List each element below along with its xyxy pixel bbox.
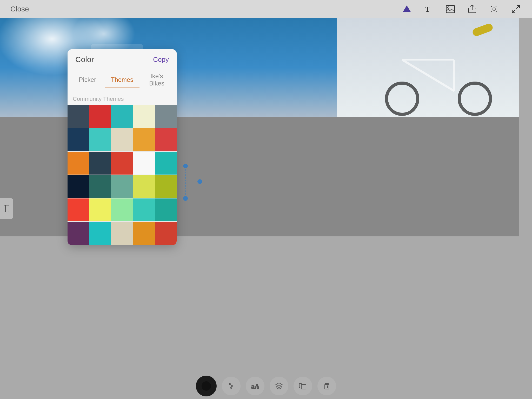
swatch-5-2[interactable] [89, 198, 111, 221]
top-bar-right: T [401, 3, 522, 15]
svg-rect-26 [325, 384, 329, 389]
svg-point-3 [448, 7, 449, 8]
selection-line [185, 164, 186, 197]
text-icon[interactable]: T [423, 3, 434, 15]
section-label: Community Themes [68, 92, 177, 105]
swatch-6-3[interactable] [111, 222, 133, 245]
swatch-2-4[interactable] [133, 128, 155, 151]
settings-icon[interactable] [488, 3, 500, 15]
selection-handle-2[interactable] [197, 179, 202, 184]
duplicate-button[interactable] [294, 377, 312, 395]
swatch-4-4[interactable] [133, 175, 155, 198]
color-selector[interactable] [196, 376, 217, 396]
tab-bikes[interactable]: Ike's Bikes [139, 68, 174, 92]
expand-icon[interactable] [510, 3, 522, 15]
svg-marker-24 [276, 383, 282, 386]
swatch-1-3[interactable] [111, 105, 133, 128]
svg-rect-25 [301, 384, 306, 389]
swatch-1-1[interactable] [68, 105, 89, 128]
swatch-row-5 [68, 198, 177, 222]
sliders-button[interactable] [222, 377, 241, 395]
svg-rect-2 [446, 5, 455, 13]
swatch-row-1 [68, 105, 177, 128]
svg-line-8 [512, 10, 515, 13]
svg-point-15 [459, 83, 490, 114]
swatches-container [68, 105, 177, 245]
svg-point-6 [493, 8, 495, 10]
swatch-4-5[interactable] [155, 175, 177, 198]
swatch-3-3[interactable] [111, 152, 133, 175]
swatch-1-4[interactable] [133, 105, 155, 128]
bike-top-area [337, 18, 519, 117]
tab-picker[interactable]: Picker [70, 72, 105, 88]
svg-text:aA: aA [251, 383, 259, 390]
selection-handle-3[interactable] [183, 196, 188, 201]
svg-point-14 [387, 83, 418, 114]
svg-line-7 [516, 5, 520, 9]
color-panel: Color Copy Picker Themes Ike's Bikes Com… [68, 49, 177, 245]
swatch-6-1[interactable] [68, 222, 89, 245]
svg-marker-0 [403, 5, 411, 12]
swatch-4-1[interactable] [68, 175, 89, 198]
selection-handle-1[interactable] [183, 164, 188, 168]
bike-frame [350, 39, 506, 117]
swatch-1-5[interactable] [155, 105, 177, 128]
color-panel-header: Color Copy [68, 49, 177, 68]
text-size-button[interactable]: aA [246, 377, 264, 395]
swatch-3-1[interactable] [68, 152, 89, 175]
swatch-5-5[interactable] [155, 198, 177, 221]
swatch-5-3[interactable] [111, 198, 133, 221]
swatch-4-2[interactable] [89, 175, 111, 198]
close-button[interactable]: Close [10, 5, 29, 13]
swatch-row-4 [68, 175, 177, 198]
copy-button[interactable]: Copy [153, 56, 169, 64]
swatch-2-5[interactable] [155, 128, 177, 151]
svg-rect-9 [4, 205, 9, 212]
swatch-2-3[interactable] [111, 128, 133, 151]
swatch-row-6 [68, 222, 177, 245]
color-panel-tabs: Picker Themes Ike's Bikes [68, 68, 177, 92]
swatch-5-1[interactable] [68, 198, 89, 221]
top-bar-left: Close [10, 5, 29, 13]
swatch-4-3[interactable] [111, 175, 133, 198]
layers-button[interactable] [270, 377, 288, 395]
svg-point-16 [202, 381, 211, 391]
swatch-2-2[interactable] [89, 128, 111, 151]
swatch-6-5[interactable] [155, 222, 177, 245]
swatch-3-4[interactable] [133, 152, 155, 175]
swatch-2-1[interactable] [68, 128, 89, 151]
swatch-1-2[interactable] [89, 105, 111, 128]
image-icon[interactable] [445, 3, 456, 15]
top-bar: Close T [0, 0, 532, 18]
swatch-6-2[interactable] [89, 222, 111, 245]
swatch-6-4[interactable] [133, 222, 155, 245]
side-panel-button[interactable] [0, 198, 13, 219]
swatch-3-2[interactable] [89, 152, 111, 175]
share-icon[interactable] [467, 3, 478, 15]
tab-themes[interactable]: Themes [105, 72, 139, 88]
canvas-area: ES dolor Color Copy Picker Themes Ike's … [0, 18, 532, 399]
swatch-5-4[interactable] [133, 198, 155, 221]
swatch-row-2 [68, 128, 177, 152]
bottom-toolbar: aA [196, 376, 336, 396]
swatch-row-3 [68, 152, 177, 175]
shape-icon[interactable] [401, 3, 413, 15]
handlebar [471, 23, 494, 37]
color-panel-title: Color [75, 55, 94, 64]
trash-button[interactable] [317, 377, 336, 395]
swatch-3-5[interactable] [155, 152, 177, 175]
svg-text:T: T [425, 5, 430, 13]
